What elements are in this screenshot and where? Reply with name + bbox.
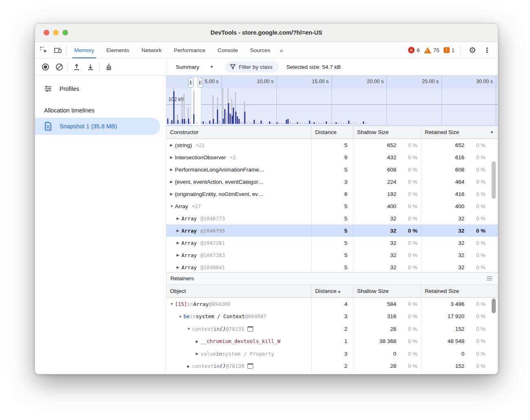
allocation-bar (287, 119, 289, 124)
tab-memory[interactable]: Memory (68, 42, 100, 58)
allocation-bar-freed (201, 122, 202, 124)
shallow-size-cell: 00 % (353, 347, 421, 360)
allocation-bar (184, 119, 185, 124)
selection-right-handle[interactable] (198, 78, 203, 88)
clear-all-profiles-icon[interactable] (52, 61, 66, 73)
disclosure-arrow-icon[interactable]: ▶ (196, 339, 201, 343)
clear-broom-icon[interactable] (101, 61, 115, 73)
disclosure-arrow-icon[interactable]: ▶ (196, 352, 201, 356)
column-header-shallow-size[interactable]: Shallow Size (353, 285, 421, 297)
constructor-row[interactable]: ▶ Array @1047281 5 320 % 320 % (166, 237, 498, 249)
issues-badge[interactable]: ! 1 (444, 47, 455, 53)
column-header-object[interactable]: Object (166, 285, 311, 297)
allocation-bar-freed (186, 121, 187, 124)
allocation-bar-freed (219, 121, 220, 124)
disclosure-arrow-icon[interactable]: ▼ (170, 302, 175, 306)
reveal-frame-icon[interactable] (247, 363, 253, 369)
disclosure-arrow-icon[interactable]: ▶ (187, 364, 192, 368)
save-profile-icon[interactable] (84, 61, 97, 73)
console-errors-badge[interactable]: ✕ 6 (408, 47, 420, 53)
disclosure-arrow-icon[interactable]: ▶ (177, 241, 181, 245)
allocation-bar-freed (311, 123, 312, 124)
distance-cell: 5 (311, 212, 353, 224)
disclosure-arrow-icon[interactable]: ▶ (177, 229, 181, 233)
sidebar-item-snapshot-1[interactable]: Snapshot 1 (35.8 MB) (35, 118, 160, 135)
retainer-row[interactable]: ▼ [15] in Array @894209 4 5840 % 3 4960 … (166, 298, 498, 310)
allocation-bar-freed (318, 123, 320, 124)
retainer-object-cell: ▶ value in system / Property (166, 347, 311, 360)
column-header-distance[interactable]: Distance (311, 126, 353, 139)
load-profile-icon[interactable] (70, 61, 84, 73)
tab-console[interactable]: Console (212, 42, 244, 58)
constructor-row[interactable]: ▼ Array ×17 5 4000 % 4000 % (166, 200, 498, 212)
reveal-frame-icon[interactable] (247, 326, 253, 332)
disclosure-arrow-icon[interactable]: ▶ (177, 253, 181, 257)
tab-performance[interactable]: Performance (168, 42, 212, 58)
retainer-row[interactable]: ▶ value in system / Property 3 00 % 00 % (166, 347, 498, 360)
tab-elements[interactable]: Elements (100, 42, 135, 58)
column-header-retained-size[interactable]: Retained Size (421, 285, 498, 297)
disclosure-arrow-icon[interactable]: ▼ (187, 327, 192, 331)
tab-sources[interactable]: Sources (244, 42, 276, 58)
disclosure-arrow-icon[interactable]: ▶ (170, 155, 175, 159)
shallow-size-cell: 6520 % (353, 139, 421, 151)
retainer-row[interactable]: ▶ __chromium_devtools_kill_W 1 38 3680 %… (166, 335, 498, 348)
retained-size-cell: 00 % (421, 347, 498, 360)
shallow-size-cell: 5840 % (353, 298, 421, 310)
retainer-row[interactable]: ▶ context in () @78139 2 280 % 1520 % (166, 360, 498, 373)
column-header-retained-size[interactable]: Retained Size▼ (421, 126, 498, 139)
vertical-scrollbar[interactable] (492, 161, 496, 199)
kebab-menu-icon[interactable]: ⋮ (483, 46, 495, 55)
inspect-element-icon[interactable] (37, 44, 51, 56)
more-tabs-button[interactable]: » (276, 47, 286, 54)
class-filter-input[interactable]: Filter by class (225, 61, 279, 73)
constructor-name-cell: ▶ (string) ×21 (166, 139, 311, 151)
heap-snapshot-icon (44, 122, 52, 131)
constructor-row[interactable]: ▶ Array @1046795 5 320 % 320 % (166, 224, 498, 237)
title-bar: DevTools - store.google.com/?hl=en-US (35, 24, 498, 42)
perspective-select[interactable]: Summary ▼ (173, 62, 216, 72)
constructor-row[interactable]: ▶ (string) ×21 5 6520 % 6520 % (166, 139, 498, 151)
settings-gear-icon[interactable]: ⚙ (466, 45, 479, 55)
constructor-row[interactable]: ▶ {originatingEntity, noGtmEvent, ev… 6 … (166, 188, 498, 200)
retained-size-cell: 1520 % (421, 323, 498, 335)
column-header-constructor[interactable]: Constructor (166, 126, 311, 139)
disclosure-arrow-icon[interactable]: ▶ (170, 167, 175, 172)
constructor-row[interactable]: ▶ Array @1049041 5 320 % 320 % (166, 261, 498, 272)
allocation-bar-freed (346, 123, 347, 124)
record-heap-icon[interactable] (38, 61, 52, 73)
retainers-menu-icon[interactable] (485, 275, 494, 282)
constructor-row[interactable]: ▶ {event, eventAction, eventCategor… 3 2… (166, 176, 498, 188)
retainer-object-cell: ▼ [15] in Array @894209 (166, 298, 311, 310)
constructor-row[interactable]: ▶ IntersectionObserver ×2 9 4320 % 6160 … (166, 151, 498, 163)
retainer-row[interactable]: ▼ be in system / Context @894087 3 3160 … (166, 310, 498, 323)
profiles-header[interactable]: Profiles (35, 81, 166, 97)
distance-cell: 5 (311, 249, 353, 261)
column-header-shallow-size[interactable]: Shallow Size (353, 126, 421, 139)
constructor-row[interactable]: ▶ PerformanceLongAnimationFrame… 5 6080 … (166, 163, 498, 176)
console-warnings-badge[interactable]: 75 (424, 47, 439, 53)
disclosure-arrow-icon[interactable]: ▶ (170, 143, 175, 147)
vertical-scrollbar[interactable] (492, 299, 496, 313)
allocation-timeline-overview[interactable]: 5.00 s10.00 s15.00 s20.00 s25.00 s30.00 … (166, 75, 498, 126)
constructor-row[interactable]: ▶ Array @1046773 5 320 % 320 % (166, 212, 498, 224)
disclosure-arrow-icon[interactable]: ▶ (177, 216, 181, 220)
disclosure-arrow-icon[interactable]: ▼ (179, 314, 183, 319)
constructor-row[interactable]: ▶ Array @1047283 5 320 % 320 % (166, 249, 498, 261)
device-toolbar-icon[interactable] (51, 44, 64, 56)
warning-icon (424, 47, 431, 53)
disclosure-arrow-icon[interactable]: ▶ (170, 192, 175, 196)
allocation-bar-freed (316, 123, 317, 124)
disclosure-arrow-icon[interactable]: ▶ (170, 180, 175, 184)
tab-network[interactable]: Network (135, 42, 168, 58)
retainer-row[interactable]: ▼ context in () @78135 2 280 % 1520 % (166, 323, 498, 335)
distance-cell: 3 (311, 176, 353, 188)
disclosure-arrow-icon[interactable]: ▼ (170, 204, 175, 208)
allocation-bar-freed (281, 123, 282, 124)
selection-left-handle[interactable] (188, 78, 194, 88)
retained-size-cell: 6080 % (421, 163, 498, 176)
disclosure-arrow-icon[interactable]: ▶ (177, 265, 181, 269)
allocation-bar (217, 110, 218, 124)
constructor-name-cell: ▶ Array @1047283 (166, 249, 311, 261)
column-header-distance[interactable]: Distance▲ (311, 285, 353, 297)
